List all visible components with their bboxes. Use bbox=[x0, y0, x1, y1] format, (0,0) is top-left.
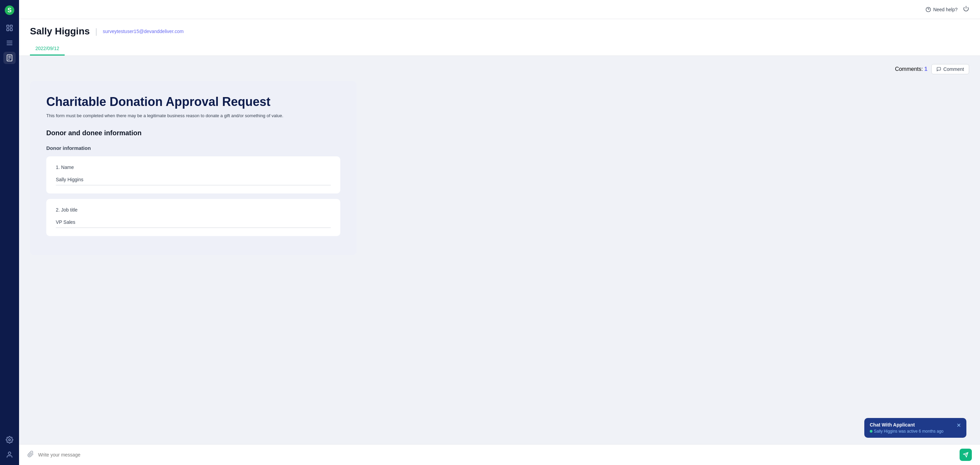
tab-date[interactable]: 2022/09/12 bbox=[30, 42, 65, 56]
chat-widget-close-button[interactable]: ✕ bbox=[956, 422, 961, 428]
topbar: Need help? bbox=[19, 0, 980, 19]
sidebar-item-list[interactable] bbox=[3, 37, 16, 49]
chat-widget: Chat With Applicant Sally Higgins was ac… bbox=[864, 418, 966, 438]
comments-label: Comments: 1 bbox=[895, 66, 927, 72]
svg-rect-3 bbox=[10, 25, 12, 27]
svg-text:S: S bbox=[8, 7, 11, 14]
question-2-input[interactable] bbox=[56, 217, 331, 228]
chat-widget-title: Chat With Applicant bbox=[870, 422, 943, 428]
comment-button-label: Comment bbox=[943, 66, 964, 72]
username: Sally Higgins bbox=[30, 26, 90, 37]
question-card-1: 1. Name bbox=[46, 157, 340, 193]
comments-count: 1 bbox=[924, 66, 927, 72]
question-1-label: 1. Name bbox=[56, 165, 331, 170]
help-button[interactable]: Need help? bbox=[926, 7, 958, 12]
form-subtitle: This form must be completed when there m… bbox=[46, 113, 340, 118]
comments-bar: Comments: 1 Comment bbox=[30, 64, 969, 74]
question-2-label: 2. Job title bbox=[56, 207, 331, 213]
subsection-label: Donor information bbox=[46, 145, 340, 151]
question-2-number: 2. bbox=[56, 207, 61, 213]
help-label: Need help? bbox=[933, 7, 958, 12]
sidebar: S bbox=[0, 0, 19, 465]
content-body: Comments: 1 Comment Charitable Donation … bbox=[19, 56, 980, 465]
question-card-2: 2. Job title bbox=[46, 199, 340, 236]
form-title: Charitable Donation Approval Request bbox=[46, 95, 340, 109]
sidebar-item-settings[interactable] bbox=[3, 434, 16, 446]
svg-rect-2 bbox=[7, 25, 9, 27]
attach-icon[interactable] bbox=[27, 451, 34, 459]
question-2-text: Job title bbox=[61, 207, 78, 213]
active-status-dot bbox=[870, 430, 872, 433]
form-card: Charitable Donation Approval Request Thi… bbox=[30, 81, 356, 255]
chat-input-bar bbox=[19, 444, 980, 465]
header-section: Sally Higgins | surveytestuser15@devandd… bbox=[19, 19, 980, 56]
header-divider: | bbox=[95, 27, 97, 36]
power-button[interactable] bbox=[963, 5, 969, 13]
header-tabs: 2022/09/12 bbox=[30, 42, 969, 56]
sidebar-item-user[interactable] bbox=[3, 449, 16, 461]
sidebar-item-forms[interactable] bbox=[3, 52, 16, 64]
svg-rect-4 bbox=[7, 29, 9, 31]
user-email: surveytestuser15@devanddeliver.com bbox=[103, 29, 184, 34]
chat-message-input[interactable] bbox=[38, 452, 956, 457]
logo[interactable]: S bbox=[3, 4, 16, 16]
svg-point-13 bbox=[8, 439, 11, 441]
section-title: Donor and donee information bbox=[46, 129, 340, 137]
svg-rect-5 bbox=[10, 29, 12, 31]
question-1-text: Name bbox=[61, 165, 74, 170]
svg-point-14 bbox=[8, 452, 11, 454]
question-1-input[interactable] bbox=[56, 174, 331, 185]
chat-send-button[interactable] bbox=[959, 449, 972, 461]
chat-widget-status-text: Sally Higgins was active 6 months ago bbox=[874, 429, 943, 434]
question-1-number: 1. bbox=[56, 165, 61, 170]
comment-button[interactable]: Comment bbox=[931, 64, 969, 74]
main-content: Need help? Sally Higgins | surveytestuse… bbox=[19, 0, 980, 465]
sidebar-item-dashboard[interactable] bbox=[3, 22, 16, 34]
